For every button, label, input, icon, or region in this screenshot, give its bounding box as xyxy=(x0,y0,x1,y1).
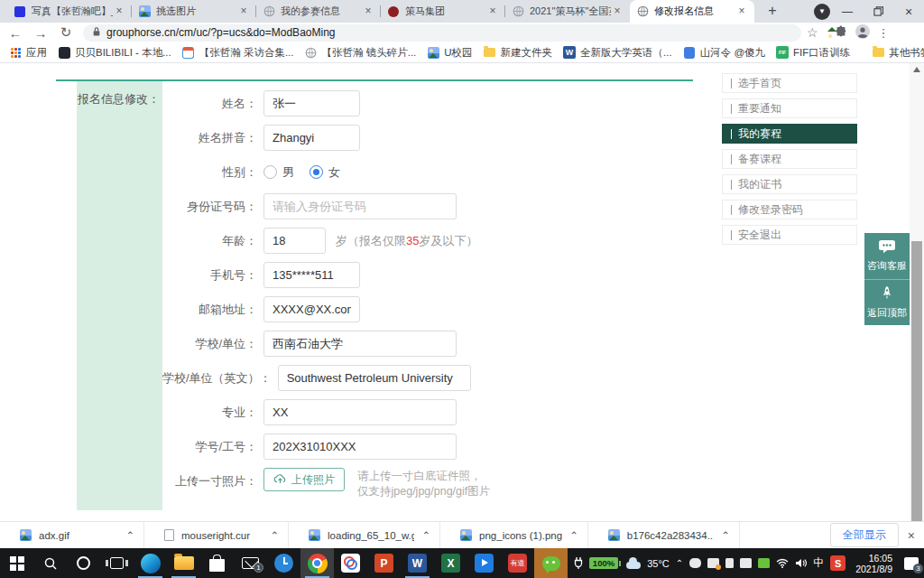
tab-close-icon[interactable]: × xyxy=(735,5,748,18)
radio-male[interactable] xyxy=(263,165,277,179)
download-item[interactable]: mouseright.cur ⌃ xyxy=(144,522,289,549)
bookmark-apps[interactable]: 应用 xyxy=(9,46,47,60)
taskbar-clock[interactable]: 16:05 2021/8/9 xyxy=(855,553,892,574)
address-bar[interactable]: grouphorse.cn/cm/uc/?p=ucs&do=ModBaoMing xyxy=(83,24,801,42)
download-item[interactable]: adx.gif ⌃ xyxy=(0,522,144,549)
battery-indicator[interactable]: 100% xyxy=(589,557,618,569)
bookmark-item[interactable]: 新建文件夹 xyxy=(484,46,553,60)
tab-close-icon[interactable]: × xyxy=(611,5,624,18)
temperature-text[interactable]: 35°C xyxy=(647,558,670,569)
chrome-menu-icon[interactable]: ⋮ xyxy=(878,26,890,40)
menu-item-notice[interactable]: 重要通知 xyxy=(722,98,857,118)
student-id-input[interactable] xyxy=(263,434,457,460)
tab-close-icon[interactable]: × xyxy=(237,5,250,18)
tab-close-icon[interactable]: × xyxy=(113,5,125,18)
tab-tieba[interactable]: 写真【张哲瀚吧】_百度... × xyxy=(7,0,132,23)
bookmark-item[interactable]: 贝贝BILIBILI - 本地... xyxy=(58,46,171,60)
chevron-up-icon[interactable]: ⌃ xyxy=(125,529,134,542)
school-input[interactable] xyxy=(263,331,457,357)
tray-expand-icon[interactable]: ⌃ xyxy=(676,558,683,568)
extensions-puzzle-icon[interactable] xyxy=(835,25,847,41)
tray-person-icon[interactable] xyxy=(725,558,734,568)
bookmark-item[interactable]: 【张哲瀚 采访合集... xyxy=(182,46,294,60)
taskbar-mail[interactable]: 1 xyxy=(234,548,267,578)
taskbar-file-explorer[interactable] xyxy=(167,548,200,578)
action-center-icon[interactable]: 3 xyxy=(904,557,919,570)
media-controls-button[interactable]: ▼ xyxy=(814,4,830,20)
tray-photo-icon[interactable] xyxy=(707,558,719,568)
menu-item-courses[interactable]: 备赛课程 xyxy=(722,149,857,169)
wifi-icon[interactable] xyxy=(776,558,789,568)
school-en-input[interactable] xyxy=(278,365,471,391)
menu-item-change-password[interactable]: 修改登录密码 xyxy=(722,200,857,219)
back-icon[interactable]: ← xyxy=(5,23,25,42)
menu-item-my-schedule[interactable]: 我的赛程 xyxy=(722,124,857,144)
downloads-bar-close-icon[interactable]: × xyxy=(899,528,924,543)
tab-cema-cup[interactable]: 2021"策马杯"全国英语... × xyxy=(505,0,630,23)
tray-device-icon[interactable] xyxy=(740,558,752,568)
task-view-icon[interactable] xyxy=(100,548,134,578)
customer-service-button[interactable]: 咨询客服 xyxy=(864,233,910,279)
pinyin-input[interactable] xyxy=(263,125,360,151)
taskbar-edge[interactable] xyxy=(134,548,167,578)
taskbar-store[interactable] xyxy=(200,548,234,578)
reload-icon[interactable]: ↻ xyxy=(56,23,76,42)
tab-cema-group[interactable]: 策马集团 × xyxy=(381,0,505,23)
taskbar-chrome[interactable] xyxy=(300,548,334,578)
tab-pick-images[interactable]: 挑选图片 × xyxy=(132,0,256,23)
profile-avatar[interactable] xyxy=(855,24,870,42)
taskbar-word[interactable]: W xyxy=(401,548,434,578)
tab-close-icon[interactable]: × xyxy=(486,5,499,18)
radio-female[interactable] xyxy=(310,165,323,179)
scrollbar-thumb[interactable] xyxy=(911,241,922,521)
email-input[interactable] xyxy=(263,296,360,322)
name-input[interactable] xyxy=(263,90,360,117)
tab-my-contest-info[interactable]: 我的参赛信息 × xyxy=(256,0,381,23)
major-input[interactable] xyxy=(263,399,457,425)
bookmark-item[interactable]: 【张哲瀚 镜头碎片... xyxy=(305,46,417,60)
cortana-icon[interactable] xyxy=(67,548,100,578)
tray-cloud-app-icon[interactable] xyxy=(689,558,701,568)
bookmark-item[interactable]: U校园 xyxy=(427,46,472,60)
back-to-top-button[interactable]: 返回顶部 xyxy=(864,279,910,325)
search-icon[interactable] xyxy=(33,548,67,578)
taskbar-alarms[interactable] xyxy=(267,548,300,578)
other-bookmarks[interactable]: 其他书签 xyxy=(872,46,924,60)
volume-icon[interactable] xyxy=(795,558,807,568)
bookmark-item[interactable]: FIF FIF口语训练 xyxy=(776,46,850,60)
page-scrollbar[interactable] xyxy=(910,63,924,521)
tab-close-icon[interactable]: × xyxy=(362,5,374,18)
age-input[interactable] xyxy=(263,228,326,254)
show-all-downloads-button[interactable]: 全部显示 xyxy=(830,523,899,547)
window-restore-button[interactable] xyxy=(863,0,893,23)
start-button[interactable] xyxy=(0,548,33,578)
tab-modify-registration[interactable]: 修改报名信息 × xyxy=(630,0,754,23)
window-close-button[interactable]: × xyxy=(893,0,924,23)
id-number-input[interactable] xyxy=(263,193,457,219)
bookmark-star-icon[interactable]: ☆ xyxy=(807,25,818,40)
forward-icon[interactable]: → xyxy=(31,23,51,42)
taskbar-excel[interactable]: X xyxy=(434,548,467,578)
chevron-up-icon[interactable]: ⌃ xyxy=(270,529,279,542)
upload-photo-button[interactable]: 上传照片 xyxy=(263,468,345,491)
ime-indicator[interactable]: 中 xyxy=(813,555,824,571)
window-minimize-button[interactable]: — xyxy=(832,0,863,23)
bookmark-item[interactable]: W 全新版大学英语（... xyxy=(563,46,672,60)
phone-input[interactable] xyxy=(263,262,360,288)
taskbar-video-app[interactable] xyxy=(467,548,501,578)
chevron-up-icon[interactable]: ⌃ xyxy=(421,529,430,542)
chevron-up-icon[interactable]: ⌃ xyxy=(721,529,730,542)
taskbar-powerpoint[interactable]: P xyxy=(367,548,401,578)
menu-item-logout[interactable]: 安全退出 xyxy=(722,225,857,245)
sogou-icon[interactable]: S xyxy=(830,555,845,571)
taskbar-wechat[interactable] xyxy=(534,548,568,578)
download-item[interactable]: loading_65_10_w.gif ⌃ xyxy=(289,522,440,549)
taskbar-youdao[interactable]: 有道 xyxy=(501,548,534,578)
bookmark-item[interactable]: 山河令 @傻九 xyxy=(683,46,765,60)
chevron-up-icon[interactable]: ⌃ xyxy=(569,529,578,542)
menu-item-certificates[interactable]: 我的证书 xyxy=(722,174,857,194)
menu-item-home[interactable]: 选手首页 xyxy=(722,73,857,93)
download-item[interactable]: b176c42a283434...jpg ⌃ xyxy=(588,522,740,549)
tray-wechat-icon[interactable] xyxy=(758,558,770,568)
download-item[interactable]: png_icons (1).png ⌃ xyxy=(440,522,588,549)
